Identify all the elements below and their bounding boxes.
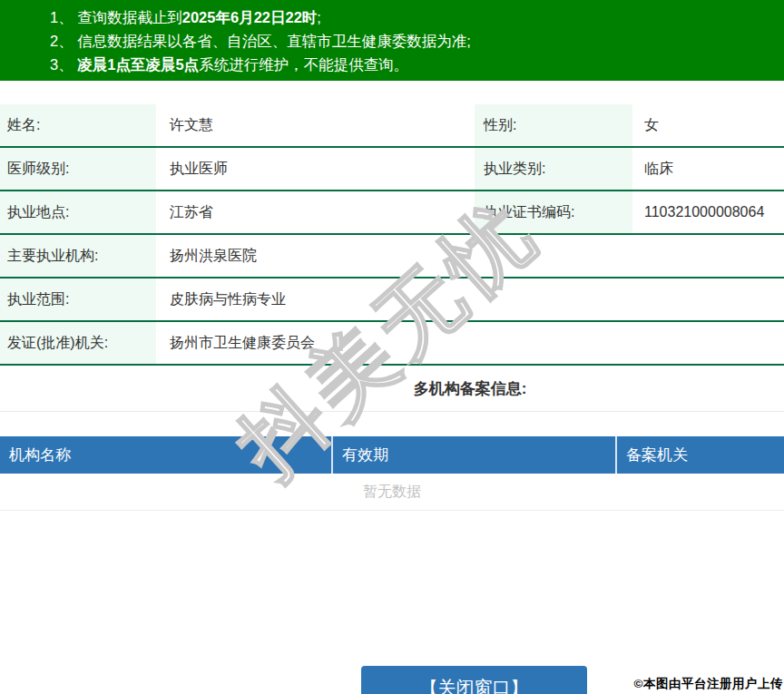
gender-label: 性别:: [475, 104, 632, 146]
notice-line-3: 3、 凌晨1点至凌晨5点系统进行维护，不能提供查询。: [50, 53, 775, 76]
notice-3-prefix: 3、: [50, 56, 77, 73]
issuing-authority-label: 发证(批准)机关:: [0, 322, 156, 364]
name-value: 许文慧: [156, 104, 472, 146]
practice-category-value: 临床: [632, 148, 784, 190]
name-label: 姓名:: [0, 104, 156, 146]
doctor-level-label: 医师级别:: [0, 148, 156, 190]
certificate-number-value: 110321000008064: [632, 191, 784, 233]
notice-line-1: 1、 查询数据截止到2025年6月22日22时;: [50, 5, 775, 29]
table-row-main-institution: 主要执业机构: 扬州洪泉医院: [0, 235, 784, 279]
notice-3-bold: 凌晨1点至凌晨5点: [77, 56, 199, 73]
upload-attribution-note: ©本图由平台注册用户上传: [634, 676, 783, 692]
table-row-name-gender: 姓名: 许文慧 性别: 女: [0, 104, 784, 148]
multi-org-heading-row: 多机构备案信息:: [0, 366, 784, 412]
practice-location-value: 江苏省: [156, 191, 472, 233]
gender-value: 女: [632, 104, 784, 146]
multi-org-heading: 多机构备案信息:: [414, 378, 527, 399]
practice-scope-value: 皮肤病与性病专业: [156, 279, 784, 320]
notice-3-suffix: 系统进行维护，不能提供查询。: [199, 56, 408, 73]
notice-1-text: 查询数据截止到: [77, 9, 182, 25]
notice-2-text: 信息数据结果以各省、自治区、直辖市卫生健康委数据为准;: [77, 33, 471, 49]
multi-org-table-header: 机构名称 有效期 备案机关: [0, 436, 784, 474]
main-institution-value: 扬州洪泉医院: [156, 235, 784, 277]
column-header-institution-name: 机构名称: [0, 436, 331, 474]
practice-category-label: 执业类别:: [475, 148, 632, 190]
practice-location-label: 执业地点:: [0, 191, 156, 233]
certificate-number-label: 执业证书编码:: [475, 191, 632, 233]
notice-line-2: 2、 信息数据结果以各省、自治区、直辖市卫生健康委数据为准;: [50, 29, 775, 53]
close-window-button[interactable]: 【关闭窗口】: [361, 666, 587, 694]
notice-1-prefix: 1、: [50, 9, 77, 25]
table-row-location-certificate: 执业地点: 江苏省 执业证书编码: 110321000008064: [0, 191, 784, 235]
table-row-practice-scope: 执业范围: 皮肤病与性病专业: [0, 279, 784, 322]
no-data-row: 暂无数据: [0, 474, 784, 511]
practice-scope-label: 执业范围:: [0, 279, 156, 320]
notice-2-prefix: 2、: [50, 33, 77, 49]
doctor-license-query-result-page: 1、 查询数据截止到2025年6月22日22时; 2、 信息数据结果以各省、自治…: [0, 0, 784, 694]
notice-1-bold: 2025年6月22日22时: [182, 9, 318, 25]
table-row-issuing-authority: 发证(批准)机关: 扬州市卫生健康委员会: [0, 322, 784, 366]
column-header-validity-period: 有效期: [331, 436, 615, 474]
main-institution-label: 主要执业机构:: [0, 235, 156, 277]
issuing-authority-value: 扬州市卫生健康委员会: [156, 322, 784, 364]
column-header-record-authority: 备案机关: [615, 436, 784, 474]
notice-banner: 1、 查询数据截止到2025年6月22日22时; 2、 信息数据结果以各省、自治…: [0, 0, 784, 81]
notice-1-suffix: ;: [317, 9, 321, 25]
table-row-level-category: 医师级别: 执业医师 执业类别: 临床: [0, 148, 784, 191]
no-data-text: 暂无数据: [363, 483, 421, 502]
doctor-info-table: 姓名: 许文慧 性别: 女 医师级别: 执业医师 执业类别: 临床 执业地点: …: [0, 104, 784, 366]
doctor-level-value: 执业医师: [156, 148, 472, 190]
